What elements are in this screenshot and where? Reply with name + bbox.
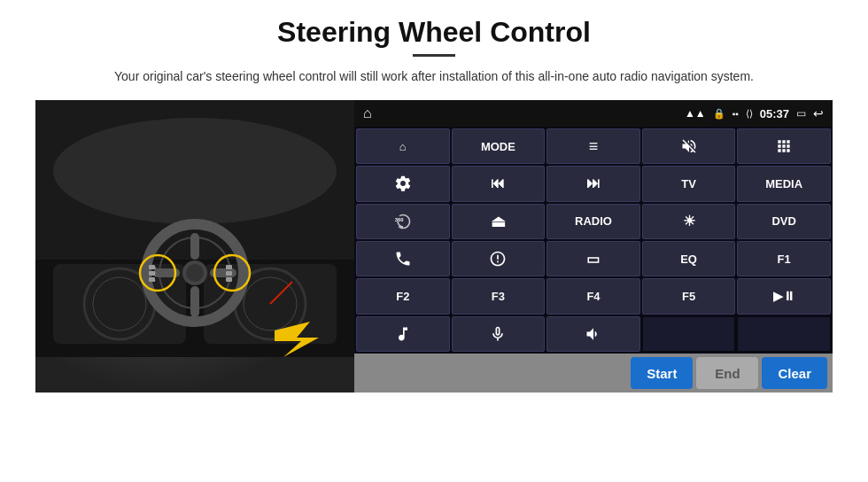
brightness-icon: ☀ (683, 213, 695, 229)
svg-text:⟨: ⟨ (154, 271, 156, 276)
btn-f3[interactable]: F3 (452, 278, 546, 314)
svg-point-16 (186, 264, 204, 282)
content-row: + ⟨ - ⌂ ▲▲ (35, 100, 833, 393)
svg-text:+: + (154, 265, 157, 270)
btn-f2[interactable]: F2 (356, 278, 450, 314)
btn-music[interactable] (356, 316, 450, 352)
btn-apps[interactable] (737, 128, 831, 164)
settings-icon (394, 175, 412, 192)
btn-media[interactable]: MEDIA (737, 166, 831, 201)
btn-empty-1 (642, 316, 736, 352)
vol-icon (585, 325, 602, 343)
btn-empty-2 (737, 316, 831, 352)
tv-label: TV (681, 177, 696, 190)
mode-label: MODE (481, 140, 515, 153)
list-icon: ≡ (589, 137, 599, 156)
btn-brightness[interactable]: ☀ (642, 204, 736, 239)
next-icon: ⏭ (586, 175, 601, 191)
f2-label: F2 (396, 290, 409, 303)
btn-settings[interactable] (356, 166, 450, 201)
eject-icon: ⏏ (491, 212, 506, 231)
start-button[interactable]: Start (631, 357, 693, 389)
svg-point-1 (53, 118, 337, 224)
btn-mute[interactable] (642, 128, 736, 164)
btn-screen-mirror[interactable]: ▭ (546, 241, 640, 276)
btn-f4[interactable]: F4 (546, 278, 640, 314)
f5-label: F5 (682, 290, 695, 303)
status-bar: ⌂ ▲▲ 🔒 ▪▪ ⟨⟩ 05:37 ▭ ↩ (354, 100, 833, 127)
f4-label: F4 (586, 290, 600, 303)
btn-eject[interactable]: ⏏ (452, 204, 546, 239)
radio-panel: ⌂ ▲▲ 🔒 ▪▪ ⟨⟩ 05:37 ▭ ↩ ⌂ MODE ≡ (354, 100, 833, 393)
mute-icon (680, 137, 698, 155)
car-image-panel: + ⟨ - (35, 100, 354, 393)
home-icon: ⌂ (363, 105, 372, 121)
wifi-icon: ▲▲ (685, 107, 706, 120)
home-btn-icon: ⌂ (399, 140, 407, 153)
music-icon (394, 325, 412, 343)
car-image-background: + ⟨ - (35, 100, 354, 393)
btn-home[interactable]: ⌂ (356, 128, 450, 164)
page: Steering Wheel Control Your original car… (0, 0, 868, 482)
btn-mode[interactable]: MODE (452, 128, 546, 164)
btn-list[interactable]: ≡ (546, 128, 640, 164)
btn-f1[interactable]: F1 (737, 241, 831, 276)
page-subtitle: Your original car's steering wheel contr… (114, 67, 754, 86)
dvd-label: DVD (771, 214, 795, 228)
sd-icon: ▪▪ (732, 109, 739, 119)
clear-button[interactable]: Clear (762, 357, 827, 389)
end-button[interactable]: End (696, 357, 758, 389)
title-divider (413, 54, 455, 57)
radio-label: RADIO (575, 214, 612, 228)
btn-mic[interactable] (452, 316, 546, 352)
lock-icon: 🔒 (713, 108, 725, 120)
swirl-icon (489, 250, 507, 268)
f1-label: F1 (778, 253, 791, 266)
screen-icon: ▭ (586, 251, 600, 268)
360-icon: 360 (394, 213, 412, 230)
btn-f5[interactable]: F5 (642, 278, 736, 314)
action-bar: Start End Clear (354, 354, 833, 393)
btn-eq[interactable]: EQ (642, 241, 736, 276)
btn-vol[interactable] (546, 316, 640, 352)
bluetooth-icon: ⟨⟩ (746, 108, 753, 120)
svg-rect-25 (226, 265, 232, 269)
btn-tv[interactable]: TV (642, 166, 736, 201)
prev-icon: ⏮ (491, 175, 505, 191)
back-icon: ↩ (813, 106, 824, 120)
page-title: Steering Wheel Control (277, 16, 591, 49)
f3-label: F3 (492, 290, 505, 303)
playpause-icon: ▶⏸ (773, 289, 795, 303)
media-label: MEDIA (765, 177, 802, 190)
btn-prev[interactable]: ⏮ (452, 166, 546, 201)
apps-icon (775, 137, 793, 155)
phone-icon (394, 250, 412, 268)
screenshot-icon: ▭ (796, 107, 806, 120)
svg-rect-27 (226, 277, 232, 282)
status-left: ⌂ (363, 105, 372, 121)
status-right: ▲▲ 🔒 ▪▪ ⟨⟩ 05:37 ▭ ↩ (685, 106, 824, 120)
btn-swirl[interactable] (452, 241, 546, 276)
btn-dvd[interactable]: DVD (737, 204, 831, 239)
btn-360[interactable]: 360 (356, 204, 450, 239)
btn-radio[interactable]: RADIO (546, 204, 640, 239)
eq-label: EQ (680, 253, 697, 266)
btn-next[interactable]: ⏭ (546, 166, 640, 201)
svg-rect-26 (226, 271, 232, 276)
btn-phone[interactable] (356, 241, 450, 276)
svg-text:360: 360 (395, 217, 404, 222)
button-grid: ⌂ MODE ≡ ⏮ ⏭ TV MEDIA (354, 127, 833, 354)
btn-play-pause[interactable]: ▶⏸ (737, 278, 831, 314)
status-time: 05:37 (760, 107, 789, 120)
mic-icon (489, 325, 507, 343)
